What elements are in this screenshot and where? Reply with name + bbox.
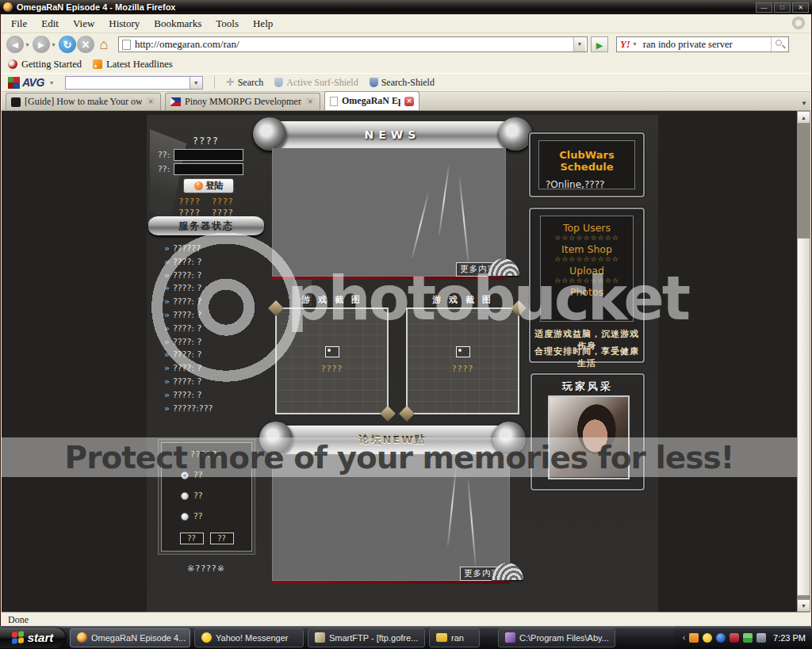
menu-file[interactable]: File — [5, 15, 33, 32]
tray-messenger-icon[interactable] — [703, 633, 712, 643]
poll-view-button[interactable]: ?? — [210, 533, 234, 544]
maximize-button[interactable]: □ — [774, 2, 791, 13]
server-status-list: ??????????: ?????: ?????: ?????: ?????: … — [164, 243, 267, 416]
screenshot-caption-2: ???? — [408, 364, 518, 374]
tab3-close-icon[interactable]: ✕ — [404, 97, 414, 106]
scrollbar-thumb[interactable] — [797, 238, 810, 596]
tray-display-icon[interactable] — [756, 633, 766, 643]
menu-history[interactable]: History — [102, 15, 146, 32]
tray-activity-icon[interactable] — [743, 633, 753, 643]
close-button[interactable]: ✕ — [792, 2, 809, 13]
server-status-item[interactable]: ????: ? — [164, 270, 267, 284]
server-status-item[interactable]: ????: ? — [164, 390, 267, 403]
go-button[interactable]: ▶ — [591, 36, 608, 52]
link-photos[interactable]: Photos — [541, 286, 633, 298]
poll-radio-2[interactable] — [181, 492, 189, 500]
navigation-toolbar: ◄ ▼ ► ▼ ↻ ✕ ⌂ http://omegaran.com/ran/ ▼… — [2, 33, 810, 55]
avg-surf-shield[interactable]: Active Surf-Shield — [274, 77, 358, 89]
poll-option-1: ?? — [193, 470, 203, 480]
tray-mail-icon[interactable] — [689, 633, 699, 643]
search-go-button[interactable] — [771, 37, 788, 52]
start-button[interactable]: start — [0, 628, 65, 648]
task-omegaran[interactable]: OmegaRaN Episode 4... — [70, 628, 190, 647]
tray-chevron-icon[interactable]: ‹ — [683, 633, 685, 642]
username-input[interactable] — [174, 149, 243, 161]
tray-network-icon[interactable] — [716, 633, 726, 643]
server-status-item[interactable]: ????: ? — [164, 363, 267, 376]
tab-list-dropdown-icon[interactable]: ▼ — [801, 100, 807, 107]
stop-button[interactable]: ✕ — [77, 36, 94, 53]
tab1-close-icon[interactable]: ✕ — [146, 97, 155, 107]
login-button[interactable]: 登陆 — [183, 178, 234, 193]
surf-shield-icon — [274, 78, 283, 87]
title-bar: OmegaRaN Episode 4 - Mozilla Firefox — □… — [0, 0, 812, 14]
forward-button[interactable]: ► — [33, 36, 50, 53]
menu-bookmarks[interactable]: Bookmarks — [147, 15, 208, 32]
menu-help[interactable]: Help — [247, 15, 279, 32]
bookmark-latest-headlines[interactable]: Latest Headlines — [93, 59, 173, 71]
yahoo-logo-icon[interactable]: Y! — [617, 38, 632, 51]
back-button[interactable]: ◄ — [6, 36, 24, 53]
task-smartftp[interactable]: SmartFTP - [ftp.gofre... — [308, 628, 425, 647]
tab-omegaran[interactable]: OmegaRaN Episode 4 ✕ — [324, 91, 419, 110]
server-status-item[interactable]: ?????? — [164, 243, 267, 257]
login-link-2[interactable]: ???? — [212, 197, 233, 207]
firefox-task-icon — [77, 632, 87, 643]
server-status-item[interactable]: ????: ? — [164, 310, 267, 323]
login-link-1[interactable]: ???? — [178, 197, 200, 207]
server-status-item[interactable]: ????: ? — [164, 323, 267, 337]
menu-edit[interactable]: Edit — [35, 15, 65, 32]
avg-search-button[interactable]: ✛ Search — [226, 76, 264, 89]
avg-brand[interactable]: AVG — [22, 76, 44, 89]
reload-button[interactable]: ↻ — [59, 36, 76, 53]
menu-tools[interactable]: Tools — [209, 15, 245, 32]
search-engine-dropdown-icon[interactable]: ▼ — [632, 41, 638, 48]
back-dropdown-icon[interactable]: ▼ — [25, 42, 30, 48]
server-status-item[interactable]: ????: ? — [164, 257, 267, 270]
poll-title: ?????? — [162, 449, 251, 460]
tray-antivirus-icon[interactable] — [730, 633, 739, 643]
url-dropdown-icon[interactable]: ▼ — [573, 37, 585, 52]
username-label: ??: — [158, 150, 170, 160]
vertical-scrollbar[interactable]: ▲ ▼ — [797, 111, 810, 612]
forward-dropdown-icon[interactable]: ▼ — [51, 42, 56, 48]
avg-search-shield[interactable]: Search-Shield — [370, 77, 435, 89]
server-status-item[interactable]: ????: ? — [164, 283, 267, 296]
server-status-item[interactable]: ????: ? — [164, 376, 267, 390]
poll-radio-3[interactable] — [181, 513, 189, 521]
menu-view[interactable]: View — [67, 15, 101, 32]
password-input[interactable] — [174, 163, 243, 175]
server-status-item[interactable]: ?????:??? — [164, 403, 267, 417]
link-item-shop[interactable]: Item Shop — [541, 243, 633, 255]
avg-dropdown-icon[interactable]: ▼ — [49, 80, 55, 86]
link-upload[interactable]: Upload — [541, 265, 633, 277]
search-input[interactable]: ran indo private server — [640, 39, 771, 51]
screenshot-frame-2[interactable]: ???? — [406, 307, 519, 414]
url-bar[interactable]: http://omegaran.com/ran/ ▼ — [118, 36, 588, 52]
tab-pinoy-mmorpg[interactable]: Pinoy MMORPG Development Forum -... ✕ — [165, 93, 320, 110]
poll-vote-button[interactable]: ?? — [180, 533, 204, 544]
scroll-down-icon[interactable]: ▼ — [797, 599, 810, 612]
frame-knot — [399, 406, 415, 422]
screenshot-frame-1[interactable]: ???? — [275, 307, 389, 414]
folder-icon — [436, 633, 447, 642]
link-top-users[interactable]: Top Users — [541, 222, 633, 234]
home-button[interactable]: ⌂ — [95, 36, 113, 53]
tab2-close-icon[interactable]: ✕ — [305, 97, 315, 107]
player-photo[interactable] — [548, 395, 630, 479]
minimize-button[interactable]: — — [756, 2, 772, 13]
task-abyss[interactable]: C:\Program Files\Aby... — [498, 628, 615, 647]
search-box[interactable]: Y! ▼ ran indo private server — [616, 36, 789, 52]
task-yahoo-messenger[interactable]: Yahoo! Messenger — [194, 628, 304, 647]
server-status-item[interactable]: ????: ? — [164, 349, 267, 363]
server-status-item[interactable]: ????: ? — [164, 296, 267, 310]
avg-search-input[interactable] — [65, 76, 190, 90]
server-status-item[interactable]: ????: ? — [164, 337, 267, 350]
url-text[interactable]: http://omegaran.com/ran/ — [135, 38, 573, 51]
poll-radio-1[interactable] — [181, 471, 189, 479]
bookmark-getting-started[interactable]: Getting Started — [8, 59, 82, 71]
scroll-up-icon[interactable]: ▲ — [797, 111, 810, 124]
task-ran-folder[interactable]: ran — [429, 628, 480, 647]
tab-guide-rancp[interactable]: [Guide] How to make Your own RanCP ... ✕ — [6, 93, 161, 110]
avg-search-dropdown-icon[interactable]: ▼ — [190, 76, 203, 90]
